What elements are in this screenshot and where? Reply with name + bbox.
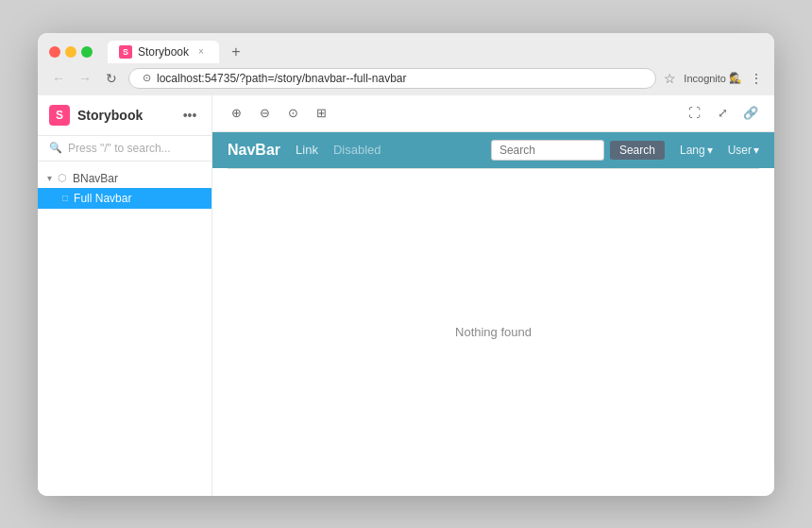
navbar-brand: NavBar [228,142,280,159]
tree-group-label[interactable]: ▾ ⬡ BNavBar [38,169,211,188]
tree-item-label: Full Navbar [74,192,131,205]
more-menu-icon[interactable]: ⋮ [750,71,763,86]
browser-tab-active[interactable]: S Storybook × [108,41,219,63]
storybook-toolbar: ⊕ ⊖ ⊙ ⊞ ⛶ ⤢ 🔗 [212,95,774,132]
back-button[interactable]: ← [49,69,68,88]
zoom-in-button[interactable]: ⊕ [224,101,248,126]
navbar-component-preview: NavBar Link Disabled Search Lang ▾ User … [212,132,774,168]
address-actions: ☆ Incognito 🕵 ⋮ [664,71,763,86]
storybook-logo-text: Storybook [77,108,143,123]
fullscreen-button[interactable]: ⛶ [682,101,706,126]
navbar-disabled-link: Disabled [333,143,381,157]
preview-area: NavBar Link Disabled Search Lang ▾ User … [212,132,774,496]
reload-button[interactable]: ↻ [102,69,121,88]
tab-close-button[interactable]: × [195,45,208,59]
url-bar[interactable]: ⊙ localhost:54735/?path=/story/bnavbar--… [128,68,656,89]
title-bar: S Storybook × + [38,33,774,63]
browser-window: S Storybook × + ← → ↻ ⊙ localhost:54735/… [38,33,774,496]
url-lock-icon: ⊙ [143,72,151,84]
navbar-user-arrow: ▾ [753,144,759,157]
content-area: Nothing found [212,169,774,496]
nothing-found-text: Nothing found [455,325,532,339]
navbar-user-dropdown[interactable]: User ▾ [728,144,759,157]
tree-item-icon: □ [62,193,68,203]
navbar-search-button[interactable]: Search [610,141,665,160]
bookmark-icon[interactable]: ☆ [664,71,676,86]
sidebar-menu-button[interactable]: ••• [179,105,200,126]
incognito-label: Incognito [684,73,726,84]
tree-group-name: BNavBar [73,172,118,185]
tab-title: Storybook [138,45,189,59]
navbar-lang-dropdown[interactable]: Lang ▾ [680,144,713,157]
sidebar-header: S Storybook ••• [38,95,211,136]
tree-item-full-navbar[interactable]: □ Full Navbar [38,188,211,209]
navbar-user-label: User [728,144,752,157]
traffic-light-minimize[interactable] [65,46,76,58]
storybook-logo-icon: S [49,105,70,126]
tree-group-component-icon: ⬡ [58,172,67,184]
traffic-light-close[interactable] [49,46,60,58]
tree-group-arrow: ▾ [47,173,52,183]
toolbar-left: ⊕ ⊖ ⊙ ⊞ [224,101,333,126]
sidebar-tree: ▾ ⬡ BNavBar □ Full Navbar [38,162,211,496]
traffic-lights [49,46,93,58]
main-content: ⊕ ⊖ ⊙ ⊞ ⛶ ⤢ 🔗 NavBar Link Disabled [212,95,774,496]
url-text: localhost:54735/?path=/story/bnavbar--fu… [157,72,642,85]
new-tab-button[interactable]: + [225,41,247,63]
storybook-logo: S Storybook [49,105,143,126]
forward-button[interactable]: → [76,69,94,88]
storybook-sidebar: S Storybook ••• 🔍 Press "/" to search...… [38,95,212,496]
navbar-search-input[interactable] [491,140,604,161]
sidebar-search[interactable]: 🔍 Press "/" to search... [38,136,211,162]
search-icon: 🔍 [49,142,62,154]
open-new-button[interactable]: ⤢ [710,101,735,126]
zoom-out-button[interactable]: ⊖ [252,101,277,126]
grid-button[interactable]: ⊞ [309,101,333,126]
traffic-light-fullscreen[interactable] [81,46,93,58]
tab-row: S Storybook × + [49,41,763,63]
incognito-icon: 🕵 [729,72,742,84]
app-body: S Storybook ••• 🔍 Press "/" to search...… [38,95,774,496]
copy-link-button[interactable]: 🔗 [738,101,763,126]
search-placeholder: Press "/" to search... [68,142,171,155]
navbar-lang-label: Lang [680,144,705,157]
reset-zoom-button[interactable]: ⊙ [280,101,305,126]
navbar-lang-arrow: ▾ [707,144,713,157]
navbar-link[interactable]: Link [296,143,318,157]
incognito-badge: Incognito 🕵 [684,72,742,84]
tree-group-bnavbar: ▾ ⬡ BNavBar □ Full Navbar [38,169,211,209]
address-bar: ← → ↻ ⊙ localhost:54735/?path=/story/bna… [38,63,774,95]
tab-favicon: S [119,45,132,59]
navbar-search-area: Search [491,140,665,161]
toolbar-right: ⛶ ⤢ 🔗 [682,101,763,126]
